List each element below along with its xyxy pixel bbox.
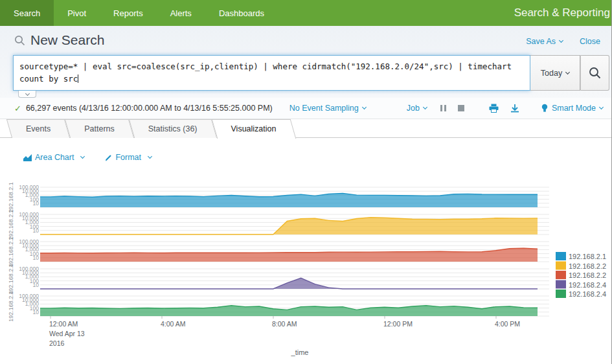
panel-series-label: 192.168.2.4 <box>8 291 14 322</box>
nav-tab-alerts[interactable]: Alerts <box>157 0 205 26</box>
search-title-icon <box>14 35 25 46</box>
tab-visualization[interactable]: Visualization <box>214 119 293 138</box>
trellis-area-chart: 101001,00010,000100,000192.168.2.1101001… <box>0 170 612 364</box>
chart-type-picker[interactable]: Area Chart <box>23 153 84 162</box>
run-search-button[interactable] <box>580 55 609 91</box>
legend-swatch[interactable] <box>556 252 566 260</box>
download-icon <box>510 104 519 113</box>
tab-statistics[interactable]: Statistics (36) <box>131 119 214 138</box>
x-tick-label: 4:00 AM <box>161 320 186 328</box>
splunk-search-app: Search Pivot Reports Alerts Dashboards S… <box>0 0 612 364</box>
tab-patterns[interactable]: Patterns <box>67 119 131 138</box>
chevron-down-icon <box>80 154 85 159</box>
nav-tab-pivot[interactable]: Pivot <box>54 0 100 26</box>
y-tick-label: 100,000 <box>19 184 39 190</box>
chevron-down-icon <box>599 105 604 109</box>
time-range-picker[interactable]: Today <box>530 55 580 91</box>
legend-label[interactable]: 192.168.2.2 <box>569 271 606 279</box>
app-title: Search & Reporting <box>514 0 610 26</box>
print-button[interactable] <box>489 104 499 113</box>
legend-label[interactable]: 192.168.2.4 <box>569 290 606 298</box>
area-series[interactable] <box>40 248 538 262</box>
lightbulb-icon <box>541 104 548 113</box>
legend-label[interactable]: 192.168.2.2 <box>569 262 606 270</box>
save-as-button[interactable]: Save As <box>526 37 563 46</box>
x-tick-label: 4:00 PM <box>495 320 520 328</box>
legend-swatch[interactable] <box>556 290 566 298</box>
job-menu[interactable]: Job <box>407 104 427 113</box>
y-tick-label: 100,000 <box>19 211 39 218</box>
events-count-text: 66,297 events (4/13/16 12:00:00.000 AM t… <box>26 104 273 113</box>
search-header: New Search Save As Close sourcetype=* | … <box>0 26 612 98</box>
printer-icon <box>489 104 499 113</box>
area-series[interactable] <box>40 278 538 289</box>
area-chart-icon <box>23 154 32 161</box>
stop-job-button[interactable] <box>458 105 464 111</box>
panel-series-label: 192.168.2.1 <box>8 182 14 213</box>
search-query-input[interactable]: sourcetype=* | eval src=coalesce(src_ip,… <box>13 55 530 91</box>
x-axis-date-label: 2016 <box>49 339 65 347</box>
y-tick-label: 100,000 <box>19 238 39 245</box>
x-axis-date-label: Wed Apr 13 <box>49 330 85 337</box>
legend-swatch[interactable] <box>556 271 566 279</box>
panel-series-label: 192.168.2.2 <box>8 209 14 240</box>
y-tick-label: 100,000 <box>19 293 39 299</box>
area-series[interactable] <box>40 218 538 234</box>
x-axis-title: _time <box>291 348 309 356</box>
chevron-down-icon <box>565 69 570 74</box>
export-button[interactable] <box>510 104 519 113</box>
legend-label[interactable]: 192.168.2.4 <box>569 281 606 289</box>
event-sampling-menu[interactable]: No Event Sampling <box>289 104 366 113</box>
legend-swatch[interactable] <box>556 262 566 270</box>
nav-tab-reports[interactable]: Reports <box>100 0 157 26</box>
search-icon <box>589 67 601 79</box>
search-mode-menu[interactable]: Smart Mode <box>541 104 603 113</box>
text-cursor <box>78 74 78 83</box>
x-tick-label: 8:00 AM <box>272 320 297 328</box>
panel-series-label: 192.168.2.2 <box>8 236 14 267</box>
tab-events[interactable]: Events <box>9 119 67 138</box>
panel-series-label: 192.168.2.4 <box>8 264 14 295</box>
legend-label[interactable]: 192.168.2.1 <box>569 253 606 260</box>
search-bar: sourcetype=* | eval src=coalesce(src_ip,… <box>13 55 609 91</box>
search-assistant-toggle[interactable] <box>18 91 36 98</box>
pause-job-button[interactable] <box>440 105 448 111</box>
chevron-down-icon <box>362 105 367 109</box>
chart-area: 101001,00010,000100,000192.168.2.1101001… <box>0 170 612 364</box>
page-title: New Search <box>30 32 104 48</box>
y-tick-label: 100,000 <box>19 266 39 272</box>
close-button[interactable]: Close <box>580 37 600 46</box>
chevron-down-icon <box>559 38 563 43</box>
chevron-down-icon <box>25 91 29 95</box>
viz-controls: Area Chart Format <box>23 153 152 162</box>
chevron-down-icon <box>148 154 152 159</box>
job-done-check-icon: ✓ <box>14 104 21 113</box>
job-status-bar: ✓ 66,297 events (4/13/16 12:00:00.000 AM… <box>0 98 612 119</box>
x-tick-label: 12:00 AM <box>49 320 78 328</box>
chevron-down-icon <box>423 105 427 109</box>
nav-tab-dashboards[interactable]: Dashboards <box>205 0 278 26</box>
x-tick-label: 12:00 PM <box>383 320 413 328</box>
nav-tab-search[interactable]: Search <box>0 0 54 26</box>
results-tab-bar: Events Patterns Statistics (36) Visualiz… <box>0 119 612 138</box>
format-menu[interactable]: Format <box>105 153 152 162</box>
format-pencil-icon <box>105 154 112 161</box>
legend-swatch[interactable] <box>556 280 566 289</box>
top-navbar: Search Pivot Reports Alerts Dashboards S… <box>0 0 612 26</box>
